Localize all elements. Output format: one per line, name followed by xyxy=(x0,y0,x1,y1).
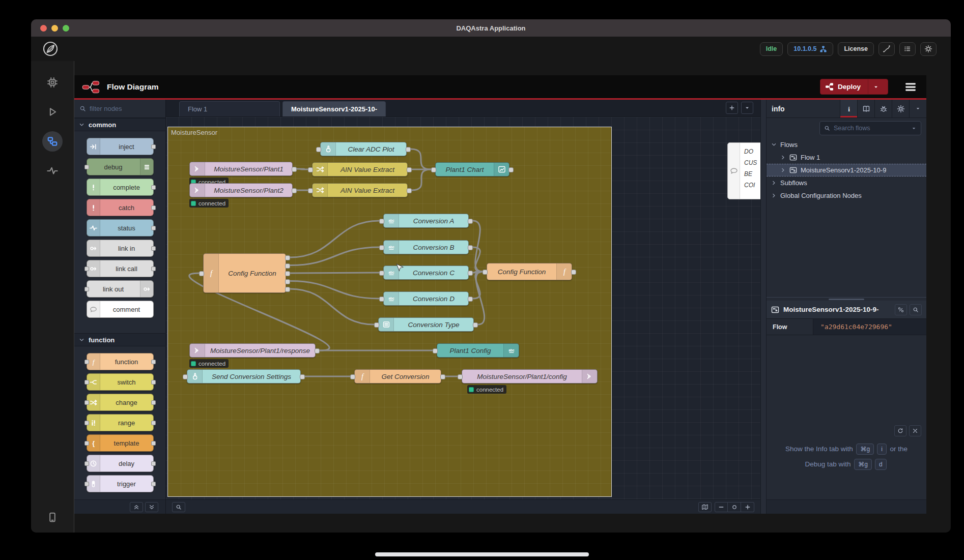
output-port[interactable] xyxy=(473,322,478,328)
input-port[interactable] xyxy=(379,271,384,276)
flow-node-ain-value-extract[interactable]: AIN Value Extract xyxy=(312,162,408,176)
deploy-button[interactable]: Deploy xyxy=(820,79,888,95)
output-port[interactable] xyxy=(468,271,473,276)
output-port[interactable] xyxy=(285,287,290,292)
input-port[interactable] xyxy=(379,219,384,224)
palette-category-common[interactable]: common xyxy=(74,118,165,131)
output-port[interactable] xyxy=(285,255,290,260)
link-flow-button[interactable] xyxy=(895,304,907,315)
search-flows-input[interactable] xyxy=(834,125,908,132)
sidebar-tab-info[interactable]: i xyxy=(840,100,857,117)
find-flow-button[interactable] xyxy=(910,304,922,315)
flow-node-plant1-chart[interactable]: Plant1 Chart xyxy=(435,162,509,176)
comment-node[interactable]: DOCUSBECOI xyxy=(727,142,760,199)
output-port[interactable] xyxy=(285,279,290,284)
palette-node-function[interactable]: ffunction xyxy=(87,353,154,370)
wire[interactable] xyxy=(290,273,379,273)
flow-node-conversion-d[interactable]: abcConversion D xyxy=(383,291,469,306)
palette-node-change[interactable]: change xyxy=(87,394,154,411)
add-flow-button[interactable] xyxy=(726,102,738,114)
canvas-search-button[interactable] xyxy=(172,502,185,512)
palette-node-inject[interactable]: inject xyxy=(87,138,154,155)
flow-tab-moisturesensorv1-2025-10[interactable]: MoistureSensorv1-2025-10- xyxy=(282,101,386,116)
wire[interactable] xyxy=(290,221,379,257)
output-port[interactable] xyxy=(406,147,411,152)
rail-item-activity[interactable] xyxy=(42,161,63,181)
palette-node-link-call[interactable]: link call xyxy=(87,260,154,277)
input-port[interactable] xyxy=(374,322,379,328)
output-port[interactable] xyxy=(468,245,473,250)
zoom-in-button[interactable] xyxy=(741,502,754,512)
flow-node-conversion-a[interactable]: abcConversion A xyxy=(383,214,469,228)
palette-node-trigger[interactable]: trigger xyxy=(87,475,154,492)
input-port[interactable] xyxy=(433,348,438,353)
expand-all-button[interactable] xyxy=(145,502,158,512)
flow-node-moisturesensor-plant1-config[interactable]: MoistureSensor/Plant1/config xyxy=(462,369,598,384)
palette-node-range[interactable]: range xyxy=(87,414,154,431)
input-port[interactable] xyxy=(458,374,463,379)
input-port[interactable] xyxy=(308,188,313,193)
output-port[interactable] xyxy=(407,188,412,193)
output-port[interactable] xyxy=(315,348,320,353)
palette-node-debug[interactable]: debug xyxy=(87,158,154,175)
chevron-down-icon[interactable] xyxy=(911,126,917,131)
output-port[interactable] xyxy=(292,167,297,172)
rail-item-flows[interactable] xyxy=(42,131,63,152)
tab-list-button[interactable] xyxy=(741,102,753,114)
flow-node-moisturesensor-plant1[interactable]: MoistureSensor/Plant1 xyxy=(189,162,293,176)
output-port[interactable] xyxy=(300,374,305,379)
flow-node-get-conversion[interactable]: fGet Conversion xyxy=(354,369,441,384)
input-port[interactable] xyxy=(483,270,488,275)
main-menu-button[interactable] xyxy=(904,80,917,94)
input-port[interactable] xyxy=(308,167,313,172)
license-button[interactable]: License xyxy=(838,42,874,56)
output-port[interactable] xyxy=(468,297,473,302)
flow-node-config-function[interactable]: fConfig Function xyxy=(203,253,286,293)
collapse-all-button[interactable] xyxy=(130,502,143,512)
panel-divider[interactable] xyxy=(767,297,926,301)
output-port[interactable] xyxy=(285,271,290,276)
tree-section-subflows[interactable]: Subflows xyxy=(767,176,926,189)
theme-button[interactable] xyxy=(920,42,937,56)
flow-node-moisturesensor-plant1-response[interactable]: MoistureSensor/Plant1/response xyxy=(189,343,316,358)
palette-node-switch[interactable]: switch xyxy=(87,373,154,391)
palette-filter-input[interactable] xyxy=(90,105,151,112)
search-flows-box[interactable] xyxy=(819,121,921,135)
sidebar-tab-gear[interactable] xyxy=(892,100,909,117)
zoom-out-button[interactable] xyxy=(715,502,728,512)
minimize-window-button[interactable] xyxy=(51,25,58,32)
output-port[interactable] xyxy=(285,263,290,269)
tree-root-flows[interactable]: Flows xyxy=(767,138,926,151)
flow-node-ain-value-extract[interactable]: AIN Value Extract xyxy=(312,183,408,197)
deploy-caret-icon[interactable] xyxy=(873,84,879,90)
sidebar-tab-book[interactable] xyxy=(857,100,874,117)
flow-node-send-conversion-settings[interactable]: Send Conversion Settings xyxy=(187,369,301,384)
wire[interactable] xyxy=(473,247,483,272)
output-port[interactable] xyxy=(571,270,576,275)
wire[interactable] xyxy=(290,289,374,325)
wire[interactable] xyxy=(411,149,431,169)
close-tip-button[interactable] xyxy=(909,425,921,436)
output-port[interactable] xyxy=(508,167,514,172)
tree-item-flow-1[interactable]: Flow 1 xyxy=(767,151,926,164)
palette-node-complete[interactable]: complete xyxy=(87,179,154,196)
palette-node-comment[interactable]: comment xyxy=(87,301,154,318)
input-port[interactable] xyxy=(183,374,188,379)
input-port[interactable] xyxy=(379,297,384,302)
flow-node-conversion-b[interactable]: abcConversion B xyxy=(383,240,469,254)
close-window-button[interactable] xyxy=(40,25,47,32)
input-port[interactable] xyxy=(379,245,384,250)
input-port[interactable] xyxy=(199,271,204,276)
refresh-tip-button[interactable] xyxy=(894,425,906,436)
rail-item-device[interactable] xyxy=(42,507,63,527)
output-port[interactable] xyxy=(440,374,445,379)
log-list-button[interactable] xyxy=(899,42,916,56)
sidebar-tab-more[interactable] xyxy=(909,100,926,117)
palette-node-catch[interactable]: catch xyxy=(87,199,154,216)
output-port[interactable] xyxy=(407,167,412,172)
minimap-button[interactable] xyxy=(698,502,712,512)
palette-node-status[interactable]: status xyxy=(87,219,154,237)
rail-item-hardware[interactable] xyxy=(42,72,63,93)
wire[interactable] xyxy=(473,221,483,272)
palette-node-delay[interactable]: delay xyxy=(87,455,154,472)
